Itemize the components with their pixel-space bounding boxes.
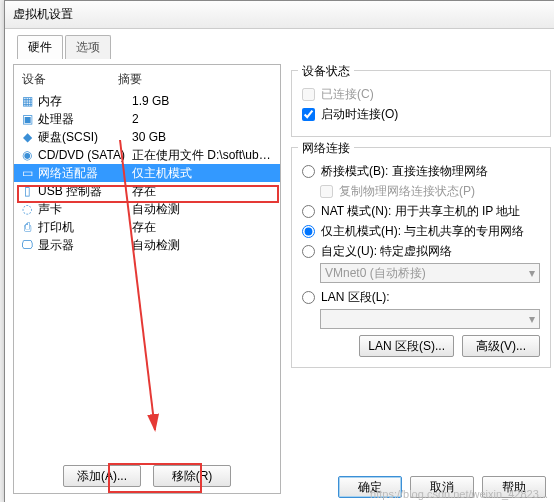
device-icon: ◆ — [20, 130, 34, 144]
list-item[interactable]: ▣处理器2 — [14, 110, 280, 128]
list-item[interactable]: ▦内存1.9 GB — [14, 92, 280, 110]
device-icon: ⎙ — [20, 220, 34, 234]
device-icon: ◌ — [20, 202, 34, 216]
connect-on-power-checkbox[interactable]: 启动时连接(O) — [302, 106, 540, 123]
col-device: 设备 — [22, 71, 118, 88]
device-list-panel: 设备 摘要 ▦内存1.9 GB▣处理器2◆硬盘(SCSI)30 GB◉CD/DV… — [13, 64, 281, 494]
chevron-down-icon: ▾ — [529, 312, 535, 326]
list-item[interactable]: ◌声卡自动检测 — [14, 200, 280, 218]
add-button[interactable]: 添加(A)... — [63, 465, 141, 487]
group-title-status: 设备状态 — [298, 63, 354, 80]
titlebar: 虚拟机设置 — [5, 1, 554, 29]
device-icon: ▭ — [20, 166, 34, 180]
replicate-checkbox: 复制物理网络连接状态(P) — [320, 183, 540, 200]
advanced-button[interactable]: 高级(V)... — [462, 335, 540, 357]
settings-panel: 设备状态 已连接(C) 启动时连接(O) 网络连接 桥接模式(B): 直接连接物… — [291, 64, 551, 494]
hostonly-radio[interactable]: 仅主机模式(H): 与主机共享的专用网络 — [302, 223, 540, 240]
col-summary: 摘要 — [118, 71, 142, 88]
device-icon: ▯ — [20, 184, 34, 198]
list-item[interactable]: ◆硬盘(SCSI)30 GB — [14, 128, 280, 146]
tab-hardware[interactable]: 硬件 — [17, 35, 63, 59]
bridged-radio[interactable]: 桥接模式(B): 直接连接物理网络 — [302, 163, 540, 180]
device-icon: 🖵 — [20, 238, 34, 252]
group-title-net: 网络连接 — [298, 140, 354, 157]
device-icon: ▦ — [20, 94, 34, 108]
lan-segments-button[interactable]: LAN 区段(S)... — [359, 335, 454, 357]
list-item[interactable]: 🖵显示器自动检测 — [14, 236, 280, 254]
lan-select: ▾ — [320, 309, 540, 329]
lan-segment-radio[interactable]: LAN 区段(L): — [302, 289, 540, 306]
list-header: 设备 摘要 — [14, 65, 280, 92]
tab-options[interactable]: 选项 — [65, 35, 111, 59]
list-item[interactable]: ▯USB 控制器存在 — [14, 182, 280, 200]
device-icon: ◉ — [20, 148, 34, 162]
device-icon: ▣ — [20, 112, 34, 126]
network-connection-group: 网络连接 桥接模式(B): 直接连接物理网络 复制物理网络连接状态(P) NAT… — [291, 147, 551, 368]
remove-button[interactable]: 移除(R) — [153, 465, 231, 487]
tabs: 硬件 选项 — [17, 35, 554, 59]
chevron-down-icon: ▾ — [529, 266, 535, 280]
watermark: https://blog.csdn.net/weixin_42823... — [370, 488, 548, 500]
window-title: 虚拟机设置 — [13, 6, 73, 23]
connected-checkbox[interactable]: 已连接(C) — [302, 86, 540, 103]
list-item[interactable]: ⎙打印机存在 — [14, 218, 280, 236]
list-item[interactable]: ▭网络适配器仅主机模式 — [14, 164, 280, 182]
vm-settings-window: 虚拟机设置 硬件 选项 设备 摘要 ▦内存1.9 GB▣处理器2◆硬盘(SCSI… — [4, 0, 554, 502]
vmnet-select: VMnet0 (自动桥接) ▾ — [320, 263, 540, 283]
nat-radio[interactable]: NAT 模式(N): 用于共享主机的 IP 地址 — [302, 203, 540, 220]
device-status-group: 设备状态 已连接(C) 启动时连接(O) — [291, 70, 551, 137]
custom-radio[interactable]: 自定义(U): 特定虚拟网络 — [302, 243, 540, 260]
list-item[interactable]: ◉CD/DVD (SATA)正在使用文件 D:\soft\ubuntu-14.0… — [14, 146, 280, 164]
device-list[interactable]: ▦内存1.9 GB▣处理器2◆硬盘(SCSI)30 GB◉CD/DVD (SAT… — [14, 92, 280, 254]
